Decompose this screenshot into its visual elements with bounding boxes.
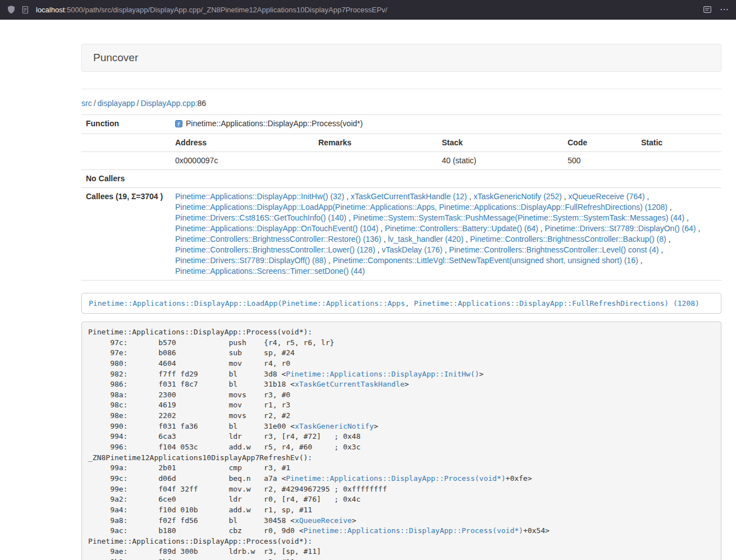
- breadcrumb-link-file[interactable]: DisplayApp.cpp:: [140, 99, 197, 108]
- callee-link[interactable]: Pinetime::System::SystemTask::PushMessag…: [353, 213, 685, 222]
- column-header-static: Static: [637, 134, 721, 152]
- function-label: Function: [81, 115, 171, 134]
- callee-link[interactable]: Pinetime::Drivers::St7789::DisplayOff() …: [175, 256, 326, 265]
- address-value: 0x0000097c: [171, 152, 314, 170]
- breadcrumb-separator: /: [137, 99, 139, 108]
- url-bar[interactable]: localhost:5000/path/src/displayapp/Displ…: [36, 6, 703, 14]
- breadcrumb: src/displayapp/DisplayApp.cpp:86: [81, 99, 721, 108]
- no-callers-cell: [171, 170, 721, 188]
- function-name-cell: Pinetime::Applications::DisplayApp::Proc…: [171, 115, 721, 134]
- detail-header-row: Address Remarks Stack Code Static: [81, 134, 721, 152]
- breadcrumb-link-displayapp[interactable]: displayapp: [98, 99, 135, 108]
- callee-link[interactable]: Pinetime::Components::LittleVgl::SetNewT…: [333, 256, 638, 265]
- selected-symbol-link[interactable]: Pinetime::Applications::DisplayApp::Load…: [81, 293, 721, 314]
- callee-link[interactable]: Pinetime::Controllers::BrightnessControl…: [449, 245, 659, 254]
- callee-link[interactable]: Pinetime::Applications::Screens::Timer::…: [175, 267, 365, 276]
- callees-row: Callees (19, Σ=3704 ) Pinetime::Applicat…: [81, 188, 721, 281]
- shield-icon[interactable]: [7, 5, 16, 14]
- disassembly-code: Pinetime::Applications::DisplayApp::Proc…: [88, 328, 550, 560]
- function-row: Function Pinetime::Applications::Display…: [81, 115, 721, 134]
- callee-link[interactable]: vTaskDelay (176): [382, 245, 442, 254]
- page-title: Puncover: [93, 52, 138, 63]
- callee-link[interactable]: Pinetime::Controllers::BrightnessControl…: [470, 235, 666, 244]
- callee-link[interactable]: Pinetime::Applications::DisplayApp::Init…: [175, 192, 344, 201]
- column-header-remarks: Remarks: [314, 134, 437, 152]
- breadcrumb-link-src[interactable]: src: [81, 99, 92, 108]
- breadcrumb-separator: /: [94, 99, 96, 108]
- callee-link[interactable]: Pinetime::Drivers::Cst816S::GetTouchInfo…: [175, 213, 346, 222]
- divider: [81, 89, 721, 89]
- symbol-link[interactable]: xTaskGetCurrentTaskHandle: [295, 380, 405, 388]
- function-name: Pinetime::Applications::DisplayApp::Proc…: [186, 119, 363, 128]
- callees-label: Callees (19, Σ=3704 ): [81, 188, 171, 281]
- symbol-link[interactable]: Pinetime::Applications::DisplayApp::Init…: [286, 370, 479, 378]
- callee-link[interactable]: xQueueReceive (764): [568, 192, 644, 201]
- breadcrumb-line-number: 86: [198, 99, 207, 108]
- function-table: Function Pinetime::Applications::Display…: [81, 114, 721, 281]
- column-header-code: Code: [563, 134, 637, 152]
- remarks-value: [314, 152, 437, 170]
- symbol-link[interactable]: xTaskGenericNotify: [295, 422, 374, 430]
- callee-link[interactable]: xTaskGetCurrentTaskHandle (12): [351, 192, 467, 201]
- disassembly-block: Pinetime::Applications::DisplayApp::Proc…: [81, 322, 721, 560]
- callee-link[interactable]: Pinetime::Controllers::Battery::Update()…: [385, 224, 538, 233]
- callee-link[interactable]: Pinetime::Applications::DisplayApp::OnTo…: [175, 224, 378, 233]
- browser-toolbar: localhost:5000/path/src/displayapp/Displ…: [0, 0, 736, 20]
- page-header-panel: Puncover: [81, 44, 721, 72]
- symbol-link[interactable]: xQueueReceive: [295, 516, 352, 525]
- detail-value-row: 0x0000097c 40 (static) 500: [81, 152, 721, 170]
- stack-value: 40 (static): [437, 152, 563, 170]
- code-value: 500: [563, 152, 637, 170]
- content: Puncover src/displayapp/DisplayApp.cpp:8…: [81, 44, 721, 560]
- column-header-stack: Stack: [437, 134, 563, 152]
- callee-link[interactable]: Pinetime::Controllers::BrightnessControl…: [175, 245, 375, 254]
- page-identity-icon[interactable]: [21, 6, 29, 14]
- callee-link[interactable]: xTaskGenericNotify (252): [473, 192, 561, 201]
- reader-view-icon[interactable]: [703, 5, 712, 14]
- url-path: :5000/path/src/displayapp/DisplayApp.cpp…: [65, 6, 387, 14]
- callee-link[interactable]: lv_task_handler (420): [388, 235, 464, 244]
- callee-link[interactable]: Pinetime::Controllers::BrightnessControl…: [175, 235, 381, 244]
- column-header-address: Address: [171, 134, 314, 152]
- callee-link[interactable]: Pinetime::Applications::DisplayApp::Load…: [175, 203, 668, 212]
- symbol-link[interactable]: Pinetime::Applications::DisplayApp::Proc…: [304, 526, 523, 535]
- url-host: localhost: [36, 6, 65, 14]
- static-value: [637, 152, 721, 170]
- no-callers-label: No Callers: [81, 170, 171, 188]
- symbol-link[interactable]: Pinetime::Applications::DisplayApp::Proc…: [286, 474, 505, 483]
- callees-list: Pinetime::Applications::DisplayApp::Init…: [171, 188, 721, 281]
- function-icon: [175, 120, 182, 130]
- callee-link[interactable]: Pinetime::Drivers::St7789::DisplayOn() (…: [545, 224, 696, 233]
- no-callers-row: No Callers: [81, 170, 721, 188]
- more-menu-icon[interactable]: ⋯: [720, 5, 729, 14]
